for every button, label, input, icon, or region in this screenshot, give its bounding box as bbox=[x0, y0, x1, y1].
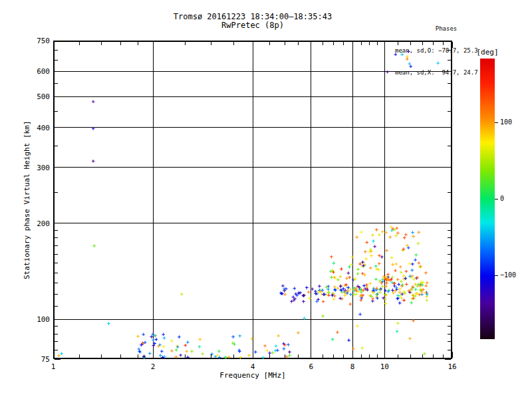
x-axis-tick bbox=[377, 354, 378, 358]
x-axis-tick-top bbox=[323, 42, 323, 45]
plot-frame bbox=[53, 41, 452, 359]
x-axis-tick-top bbox=[311, 42, 311, 48]
x-axis-tick-top bbox=[253, 42, 253, 48]
x-axis-tick bbox=[398, 354, 398, 358]
colorbar-unit-label: [deg] bbox=[466, 48, 509, 57]
y-axis-tick bbox=[55, 350, 58, 350]
x-axis-tick bbox=[422, 354, 423, 358]
y-axis-tick-right bbox=[448, 350, 451, 350]
x-axis-tick bbox=[185, 354, 186, 358]
x-axis-label: Frequency [MHz] bbox=[53, 371, 452, 380]
y-axis-tick bbox=[55, 41, 61, 41]
x-axis-tick bbox=[253, 352, 253, 358]
y-axis-tick bbox=[55, 245, 58, 246]
x-axis-tick-top bbox=[422, 42, 423, 45]
y-axis-tick bbox=[55, 60, 58, 61]
x-tick-label: 8 bbox=[342, 362, 362, 371]
x-axis-tick-top bbox=[298, 42, 299, 45]
y-axis-tick-right bbox=[448, 230, 451, 231]
x-axis-tick-top bbox=[101, 42, 102, 45]
y-axis-tick bbox=[55, 71, 61, 72]
y-axis-tick-right bbox=[448, 60, 451, 61]
y-axis-tick bbox=[55, 294, 58, 295]
x-axis-tick-top bbox=[361, 42, 362, 45]
y-axis-tick bbox=[55, 50, 58, 51]
x-axis-tick bbox=[138, 354, 138, 358]
y-axis-tick-right bbox=[448, 341, 451, 342]
x-tick-label: 4 bbox=[243, 362, 263, 371]
y-axis-tick-right bbox=[445, 223, 451, 223]
x-axis-tick-top bbox=[211, 42, 211, 45]
y-axis-tick-right bbox=[448, 283, 451, 283]
y-axis-tick-right bbox=[448, 273, 451, 273]
y-axis-tick-right bbox=[448, 326, 451, 327]
y-axis-tick-right bbox=[445, 127, 451, 128]
x-axis-tick bbox=[343, 354, 344, 358]
x-axis-tick bbox=[369, 354, 370, 358]
x-tick-label: 10 bbox=[374, 362, 394, 371]
x-axis-tick bbox=[323, 354, 323, 358]
y-axis-tick bbox=[55, 96, 61, 97]
y-axis-tick-right bbox=[445, 71, 451, 72]
y-axis-tick-right bbox=[448, 111, 451, 112]
x-axis-tick bbox=[285, 354, 285, 358]
x-axis-tick bbox=[298, 354, 299, 358]
y-axis-tick bbox=[55, 230, 58, 231]
x-axis-tick bbox=[120, 354, 121, 358]
x-axis-tick bbox=[233, 354, 234, 358]
y-axis-tick-right bbox=[448, 146, 451, 146]
y-tick-label: 750 bbox=[27, 37, 50, 45]
y-axis-tick-right bbox=[445, 96, 451, 97]
x-axis-tick bbox=[211, 354, 211, 358]
x-axis-tick-top bbox=[443, 42, 444, 45]
y-axis-tick-right bbox=[448, 237, 451, 238]
y-axis-tick bbox=[55, 127, 61, 128]
plot-subtitle: RwPretec (8p) bbox=[53, 21, 452, 30]
x-axis-tick bbox=[384, 352, 385, 358]
x-axis-tick-top bbox=[120, 42, 121, 45]
y-tick-label: 75 bbox=[27, 355, 50, 364]
x-tick-label: 6 bbox=[301, 362, 321, 371]
y-axis-tick bbox=[55, 326, 58, 327]
y-axis-tick bbox=[55, 319, 61, 320]
x-axis-tick-top bbox=[452, 42, 453, 48]
y-axis-tick-right bbox=[448, 294, 451, 295]
x-axis-tick bbox=[53, 352, 54, 358]
colorbar-tick bbox=[495, 275, 498, 276]
y-axis-label: Stationary phase Virtual Height [km] bbox=[23, 41, 31, 359]
x-axis-tick bbox=[101, 354, 102, 358]
y-axis-tick-right bbox=[445, 359, 451, 360]
x-axis-tick-top bbox=[79, 42, 80, 45]
y-axis-tick-right bbox=[445, 167, 451, 168]
x-axis-tick bbox=[410, 354, 411, 358]
y-axis-tick bbox=[55, 341, 58, 342]
y-axis-tick bbox=[55, 111, 58, 112]
x-axis-tick-top bbox=[185, 42, 186, 45]
x-axis-tick-top bbox=[233, 42, 234, 45]
x-axis-tick-top bbox=[153, 42, 154, 48]
x-axis-tick bbox=[452, 352, 453, 358]
y-axis-tick bbox=[55, 263, 58, 263]
plot-title: Tromsø 20161223 18:34:00–18:35:43 bbox=[53, 12, 452, 21]
x-axis-tick bbox=[269, 354, 270, 358]
y-axis-tick-right bbox=[445, 319, 451, 320]
y-axis-tick bbox=[55, 223, 61, 223]
y-axis-tick bbox=[55, 167, 61, 168]
colorbar-tick-label: 0 bbox=[500, 195, 504, 202]
x-axis-tick bbox=[153, 352, 154, 358]
y-axis-tick bbox=[55, 273, 58, 273]
y-axis-tick-right bbox=[448, 306, 451, 307]
colorbar bbox=[480, 59, 495, 339]
x-axis-tick-top bbox=[285, 42, 285, 45]
x-axis-tick-top bbox=[343, 42, 344, 45]
y-axis-tick bbox=[55, 306, 58, 307]
y-tick-label: 600 bbox=[27, 67, 50, 76]
x-axis-tick-top bbox=[377, 42, 378, 45]
x-axis-tick-top bbox=[398, 42, 398, 45]
y-axis-tick bbox=[55, 192, 58, 193]
colorbar-tick bbox=[495, 199, 498, 200]
x-axis-tick-top bbox=[53, 42, 54, 48]
x-axis-tick bbox=[361, 354, 362, 358]
x-axis-tick bbox=[311, 352, 311, 358]
x-axis-tick bbox=[333, 354, 334, 358]
